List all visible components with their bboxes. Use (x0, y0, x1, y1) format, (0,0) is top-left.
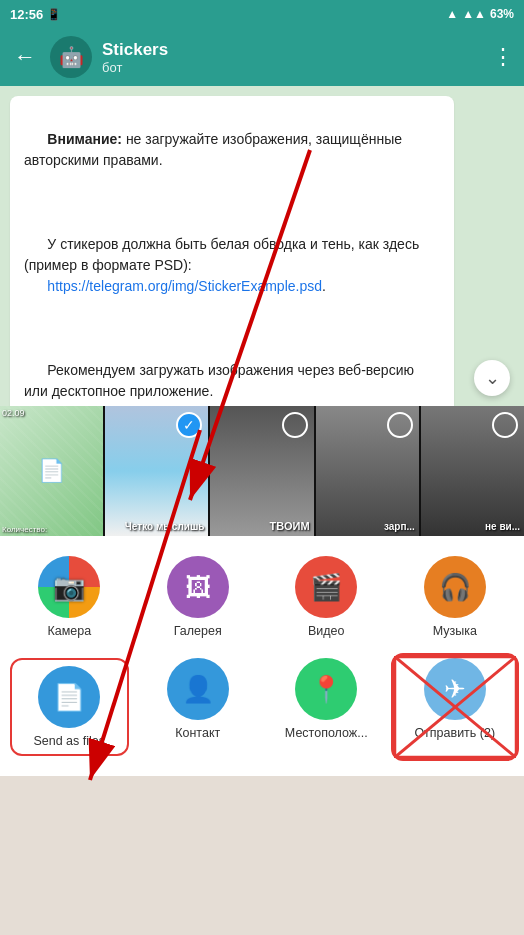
battery-text: 63% (490, 7, 514, 21)
status-right: ▲ ▲▲ 63% (446, 7, 514, 21)
chat-header: ← 🤖 Stickers бот ⋮ (0, 28, 524, 86)
photo-label-2: Четко мыслишь (125, 521, 205, 532)
avatar-emoji: 🤖 (59, 45, 84, 69)
video-label: Видео (308, 624, 345, 638)
photo-item-1[interactable]: 02.09 Количество: 📄 (0, 406, 103, 536)
gallery-icon-item[interactable]: 🖼 Галерея (139, 556, 258, 638)
camera-label: Камера (47, 624, 91, 638)
time-display: 12:56 (10, 7, 43, 22)
more-options-button[interactable]: ⋮ (492, 44, 514, 70)
send-as-files-icon-item[interactable]: 📄 Send as files (10, 658, 129, 756)
camera-icon: 📷 (38, 556, 100, 618)
photo-check-4 (387, 412, 413, 438)
photo-label-5: не ви... (485, 521, 520, 532)
contact-label: Контакт (175, 726, 220, 740)
gallery-icon: 🖼 (167, 556, 229, 618)
video-icon: 🎬 (295, 556, 357, 618)
photo-item-3[interactable]: ТВОИМ (210, 406, 313, 536)
contact-icon-item[interactable]: 👤 Контакт (139, 658, 258, 756)
send-label: Отправить (2) (414, 726, 495, 740)
status-left: 12:56 📱 (10, 7, 61, 22)
avatar: 🤖 (50, 36, 92, 78)
send-as-files-label: Send as files (33, 734, 105, 748)
photo-date-1: 02.09 (2, 408, 25, 418)
notification-icon: 📱 (47, 8, 61, 21)
location-icon: 📍 (295, 658, 357, 720)
back-button[interactable]: ← (10, 40, 40, 74)
signal-icon: ▲▲ (462, 7, 486, 21)
send-icon: ✈ (424, 658, 486, 720)
photo-label-4: зарп... (384, 521, 415, 532)
gallery-label: Галерея (174, 624, 222, 638)
header-info: Stickers бот (102, 40, 482, 75)
music-icon: 🎧 (424, 556, 486, 618)
icons-row-1: 📷 Камера 🖼 Галерея 🎬 Видео 🎧 Музыка (0, 536, 524, 648)
location-label: Местополож... (285, 726, 368, 740)
photo-label-3: ТВОИМ (270, 520, 310, 532)
music-icon-item[interactable]: 🎧 Музыка (396, 556, 515, 638)
icons-grid-1: 📷 Камера 🖼 Галерея 🎬 Видео 🎧 Музыка (10, 556, 514, 638)
chat-bubble: Внимание: не загружайте изображения, защ… (10, 96, 454, 406)
psd-link[interactable]: https://telegram.org/img/StickerExample.… (47, 278, 322, 294)
send-icon-item[interactable]: ✈ Отправить (2) (396, 658, 515, 756)
photo-sub-1: Количество: (2, 525, 47, 534)
chat-subtitle: бот (102, 60, 482, 75)
photo-strip: 02.09 Количество: 📄 ✓ Четко мыслишь ТВОИ… (0, 406, 524, 536)
status-bar: 12:56 📱 ▲ ▲▲ 63% (0, 0, 524, 28)
wifi-icon: ▲ (446, 7, 458, 21)
photo-item-2[interactable]: ✓ Четко мыслишь (105, 406, 208, 536)
chat-text: Внимание: не загружайте изображения, защ… (24, 108, 440, 406)
photo-item-4[interactable]: зарп... (316, 406, 419, 536)
send-as-files-icon: 📄 (38, 666, 100, 728)
camera-icon-item[interactable]: 📷 Камера (10, 556, 129, 638)
music-label: Музыка (433, 624, 477, 638)
icons-row-2: 📄 Send as files 👤 Контакт 📍 Местополож..… (0, 648, 524, 776)
photo-check-3 (282, 412, 308, 438)
contact-icon: 👤 (167, 658, 229, 720)
photo-item-5[interactable]: не ви... (421, 406, 524, 536)
location-icon-item[interactable]: 📍 Местополож... (267, 658, 386, 756)
chat-title: Stickers (102, 40, 482, 60)
chat-area: Внимание: не загружайте изображения, защ… (0, 86, 524, 406)
scroll-down-button[interactable]: ⌄ (474, 360, 510, 396)
video-icon-item[interactable]: 🎬 Видео (267, 556, 386, 638)
chevron-down-icon: ⌄ (485, 367, 500, 389)
photo-check-5 (492, 412, 518, 438)
